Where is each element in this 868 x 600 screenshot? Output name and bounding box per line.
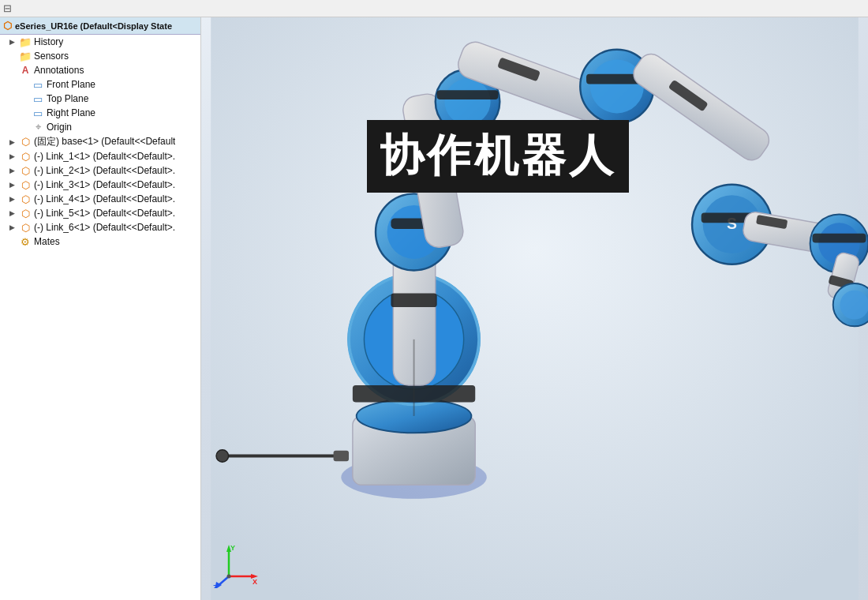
tree-label-mates: Mates	[34, 236, 60, 247]
tree-label-origin: Origin	[47, 122, 72, 133]
expand-icon-base[interactable]: ▶	[6, 137, 17, 148]
svg-text:Y: Y	[230, 544, 235, 552]
tree-label-sensors: Sensors	[34, 51, 69, 62]
tree-label-link6: (-) Link_6<1> (Default<<Default>.	[34, 222, 175, 233]
expand-icon-front-plane[interactable]	[19, 79, 30, 90]
folder-icon: 📁	[19, 36, 32, 48]
expand-icon-top-plane[interactable]	[19, 93, 30, 104]
viewport[interactable]: UR	[201, 17, 868, 600]
svg-text:Z: Z	[213, 583, 218, 588]
tree-label-link3: (-) Link_3<1> (Default<<Default>.	[34, 179, 175, 190]
component-icon: ⬡	[19, 150, 32, 163]
tree-item-link1[interactable]: ▶⬡(-) Link_1<1> (Default<<Default>.	[0, 149, 200, 163]
assembly-title: eSeries_UR16e (Default<Display State	[15, 21, 172, 31]
expand-icon-link3[interactable]: ▶	[6, 179, 17, 190]
tree-label-history: History	[34, 36, 63, 47]
expand-icon-link4[interactable]: ▶	[6, 193, 17, 204]
expand-icon-right-plane[interactable]	[19, 107, 30, 118]
tree-label-right-plane: Right Plane	[47, 107, 95, 118]
svg-point-20	[444, 79, 490, 125]
component-icon: ⬡	[19, 207, 32, 219]
svg-rect-0	[211, 17, 859, 600]
svg-rect-13	[391, 294, 436, 307]
expand-icon-sensors[interactable]	[6, 51, 17, 62]
tree-item-front-plane[interactable]: ▭Front Plane	[0, 77, 200, 92]
tree-label-link5: (-) Link_5<1> (Default<<Default>.	[34, 208, 175, 219]
tree-label-link2: (-) Link_2<1> (Default<<Default>.	[34, 165, 175, 176]
component-icon: ⬡	[3, 20, 12, 32]
tree-label-link4: (-) Link_4<1> (Default<<Default>.	[34, 193, 175, 204]
tree-item-mates[interactable]: ⚙Mates	[0, 234, 200, 249]
svg-rect-21	[437, 90, 499, 99]
tree-label-base: (固定) base<1> (Default<<Default	[34, 135, 175, 148]
svg-point-2	[216, 450, 229, 463]
tree-item-right-plane[interactable]: ▭Right Plane	[0, 106, 200, 120]
svg-rect-3	[334, 451, 349, 462]
coordinate-axes: Y X Z	[213, 541, 260, 588]
tree-item-top-plane[interactable]: ▭Top Plane	[0, 92, 200, 106]
expand-icon-link6[interactable]: ▶	[6, 222, 17, 233]
tree-container: ▶📁History 📁Sensors AAnnotations ▭Front P…	[0, 35, 200, 249]
expand-icon-link5[interactable]: ▶	[6, 208, 17, 219]
svg-point-51	[227, 575, 231, 579]
robot-viewport-svg: UR	[201, 17, 868, 600]
tree-label-link1: (-) Link_1<1> (Default<<Default>.	[34, 151, 175, 162]
plane-icon: ▭	[32, 78, 44, 91]
component-icon: ⬡	[19, 136, 32, 148]
tree-label-front-plane: Front Plane	[47, 79, 95, 90]
component-icon: ⬡	[19, 164, 32, 177]
tree-item-origin[interactable]: ⌖Origin	[0, 120, 200, 134]
tree-item-annotations[interactable]: AAnnotations	[0, 63, 200, 77]
axes-svg: Y X Z	[213, 541, 260, 588]
expand-icon-origin[interactable]	[19, 122, 30, 133]
component-icon: ⬡	[19, 193, 32, 205]
mates-icon: ⚙	[19, 235, 32, 248]
svg-point-41	[840, 291, 868, 320]
tree-item-history[interactable]: ▶📁History	[0, 35, 200, 49]
annotation-icon: A	[19, 64, 32, 77]
tree-item-base[interactable]: ▶⬡(固定) base<1> (Default<<Default	[0, 134, 200, 149]
sidebar: ⬡ eSeries_UR16e (Default<Display State ▶…	[0, 17, 201, 600]
tree-label-top-plane: Top Plane	[47, 93, 88, 104]
expand-icon-link2[interactable]: ▶	[6, 165, 17, 176]
expand-icon-link1[interactable]: ▶	[6, 151, 17, 162]
origin-icon: ⌖	[32, 121, 44, 133]
svg-text:X: X	[253, 578, 257, 586]
expand-icon-mates[interactable]	[6, 236, 17, 247]
plane-icon: ▭	[32, 107, 44, 119]
tree-item-sensors[interactable]: 📁Sensors	[0, 49, 200, 63]
svg-rect-37	[813, 234, 866, 243]
tree-item-link4[interactable]: ▶⬡(-) Link_4<1> (Default<<Default>.	[0, 192, 200, 206]
tree-item-link2[interactable]: ▶⬡(-) Link_2<1> (Default<<Default>.	[0, 163, 200, 178]
top-bar: ⊟	[0, 0, 868, 17]
expand-icon-annotations[interactable]	[6, 65, 17, 76]
sidebar-header: ⬡ eSeries_UR16e (Default<Display State	[0, 17, 200, 35]
chinese-text-overlay: 协作机器人	[367, 120, 629, 193]
plane-icon: ▭	[32, 92, 44, 105]
component-icon: ⬡	[19, 178, 32, 191]
filter-icon[interactable]: ⊟	[3, 2, 12, 14]
tree-label-annotations: Annotations	[34, 65, 84, 76]
tree-item-link6[interactable]: ▶⬡(-) Link_6<1> (Default<<Default>.	[0, 220, 200, 234]
tree-item-link5[interactable]: ▶⬡(-) Link_5<1> (Default<<Default>.	[0, 206, 200, 220]
tree-item-link3[interactable]: ▶⬡(-) Link_3<1> (Default<<Default>.	[0, 178, 200, 192]
main-layout: ⬡ eSeries_UR16e (Default<Display State ▶…	[0, 17, 868, 600]
component-icon: ⬡	[19, 221, 32, 234]
folder-icon: 📁	[19, 50, 32, 62]
chinese-text: 协作机器人	[380, 130, 616, 180]
expand-icon-history[interactable]: ▶	[6, 36, 17, 47]
